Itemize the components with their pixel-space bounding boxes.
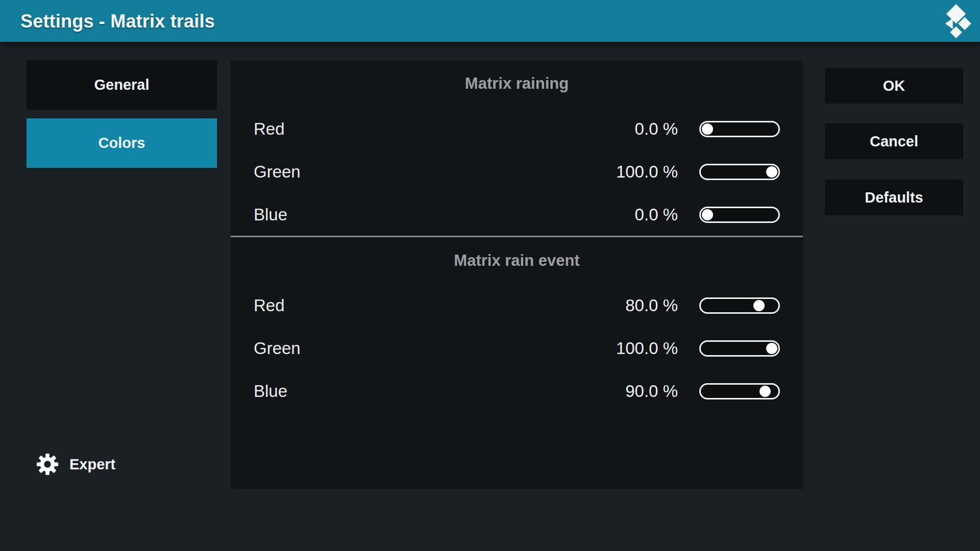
setting-row[interactable]: Blue0.0 % [231,199,803,230]
setting-row[interactable]: Blue90.0 % [231,376,803,407]
setting-value: 100.0 % [616,157,678,187]
slider-knob[interactable] [753,300,765,311]
setting-label: Green [254,333,301,364]
setting-label: Green [254,157,301,187]
slider-blue[interactable] [699,383,780,399]
slider-green[interactable] [699,340,780,357]
setting-row[interactable]: Green100.0 % [231,333,803,364]
settings-panel: Matrix rainingRed0.0 %Green100.0 %Blue0.… [231,61,803,489]
group-header: Matrix raining [231,73,803,94]
slider-knob[interactable] [702,123,713,135]
window-title: Settings - Matrix trails [20,0,215,42]
setting-label: Blue [254,376,287,407]
setting-value: 90.0 % [625,376,678,407]
sidebar-item-general[interactable]: General [27,60,217,110]
setting-value: 0.0 % [635,114,678,144]
slider-red[interactable] [699,297,780,314]
cancel-button[interactable]: Cancel [825,123,963,159]
slider-knob[interactable] [766,343,777,354]
setting-label: Red [254,290,285,321]
setting-row[interactable]: Green100.0 % [231,157,803,187]
setting-value: 100.0 % [616,333,678,364]
slider-red[interactable] [699,121,780,137]
slider-green[interactable] [699,164,780,180]
setting-label: Red [254,114,285,144]
slider-blue[interactable] [699,207,780,223]
settings-level-label: Expert [69,456,115,473]
slider-knob[interactable] [766,166,777,178]
sidebar-item-colors[interactable]: Colors [27,118,217,168]
setting-value: 80.0 % [625,290,678,321]
group-header: Matrix rain event [231,251,803,271]
slider-knob[interactable] [760,386,771,397]
setting-label: Blue [254,199,287,230]
group-separator [231,236,803,237]
settings-level-button[interactable]: Expert [36,451,115,478]
slider-knob[interactable] [702,209,713,220]
gear-icon [36,453,59,476]
kodi-logo-icon [938,4,973,38]
setting-row[interactable]: Red80.0 % [231,290,803,321]
setting-value: 0.0 % [635,199,678,230]
setting-row[interactable]: Red0.0 % [231,114,803,144]
ok-button[interactable]: OK [825,68,963,104]
defaults-button[interactable]: Defaults [825,180,963,215]
title-bar: Settings - Matrix trails [0,0,980,42]
